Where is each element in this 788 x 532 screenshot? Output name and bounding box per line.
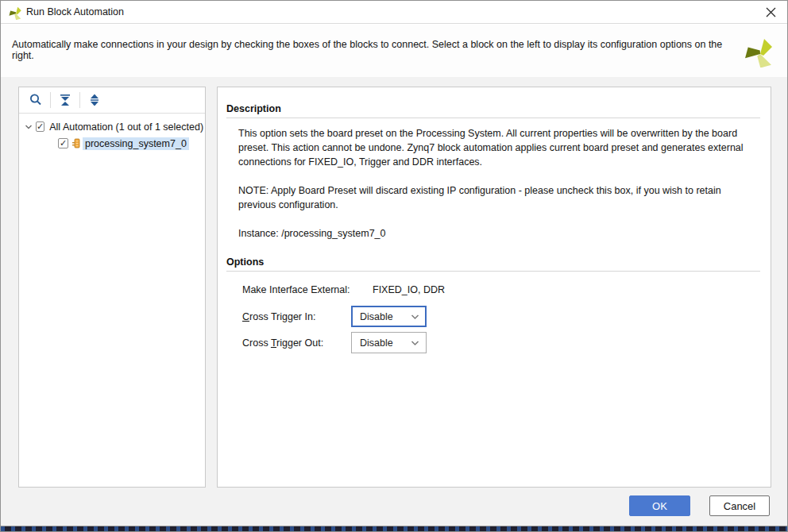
xilinx-logo-icon-large xyxy=(744,36,776,67)
chevron-down-icon[interactable] xyxy=(24,121,33,133)
titlebar: Run Block Automation xyxy=(1,1,787,24)
checkbox-processing-system7-0[interactable]: ✓ xyxy=(58,138,68,148)
dialog-body: ✓ All Automation (1 out of 1 selected) ✓ xyxy=(1,77,787,527)
cross-trigger-out-select[interactable]: Disable xyxy=(351,332,427,353)
tree-row-processing-system7-0[interactable]: ✓ processing_system7_0 xyxy=(19,135,205,152)
description-note: NOTE: Apply Board Preset will discard ex… xyxy=(238,183,759,212)
automation-tree-panel: ✓ All Automation (1 out of 1 selected) ✓ xyxy=(18,87,206,488)
window-bottom-edge xyxy=(1,526,787,531)
make-interface-external-value: FIXED_IO, DDR xyxy=(351,284,445,295)
toolbar-separator xyxy=(79,92,80,108)
search-icon[interactable] xyxy=(26,91,45,110)
automation-tree: ✓ All Automation (1 out of 1 selected) ✓ xyxy=(19,114,205,152)
xilinx-logo-icon xyxy=(9,6,23,20)
cancel-button[interactable]: Cancel xyxy=(709,495,770,516)
chevron-down-icon xyxy=(411,314,419,320)
cross-trigger-in-select[interactable]: Disable xyxy=(351,306,427,327)
ip-block-icon xyxy=(71,138,81,148)
expand-all-icon[interactable] xyxy=(85,91,104,110)
make-interface-external-label: Make Interface External: xyxy=(242,284,351,295)
option-row-cross-trigger-out: Cross Trigger Out: Disable xyxy=(242,332,771,353)
options-section-title: Options xyxy=(226,256,760,268)
run-block-automation-dialog: Run Block Automation Automatically make … xyxy=(0,0,788,532)
option-row-make-interface-external: Make Interface External: FIXED_IO, DDR xyxy=(242,282,771,298)
description-section-title: Description xyxy=(226,103,760,114)
ok-button[interactable]: OK xyxy=(629,495,690,516)
toolbar-separator xyxy=(50,92,51,108)
section-rule xyxy=(226,271,760,272)
tree-row-all-automation[interactable]: ✓ All Automation (1 out of 1 selected) xyxy=(19,118,205,135)
close-button[interactable] xyxy=(760,2,781,22)
checkbox-all-automation[interactable]: ✓ xyxy=(36,121,44,132)
cross-trigger-in-label: Cross Trigger In: xyxy=(242,311,351,322)
chevron-down-icon xyxy=(411,340,419,346)
cross-trigger-in-value: Disable xyxy=(360,311,393,322)
description-paragraph: This option sets the board preset on the… xyxy=(238,126,759,169)
section-rule xyxy=(226,118,760,118)
instruction-text: Automatically make connections in your d… xyxy=(12,39,731,61)
configuration-panel: Description This option sets the board p… xyxy=(217,87,771,488)
instruction-band: Automatically make connections in your d… xyxy=(1,25,787,77)
close-icon xyxy=(766,7,776,17)
tree-label-all-automation: All Automation (1 out of 1 selected) xyxy=(47,121,206,133)
tree-label-processing-system7-0: processing_system7_0 xyxy=(83,137,189,150)
cross-trigger-out-value: Disable xyxy=(360,337,393,349)
collapse-all-icon[interactable] xyxy=(56,91,75,110)
tree-toolbar xyxy=(19,87,205,114)
cross-trigger-out-label: Cross Trigger Out: xyxy=(242,337,351,349)
option-row-cross-trigger-in: Cross Trigger In: Disable xyxy=(242,305,771,328)
instance-text: Instance: /processing_system7_0 xyxy=(238,226,759,241)
window-title: Run Block Automation xyxy=(26,6,124,17)
